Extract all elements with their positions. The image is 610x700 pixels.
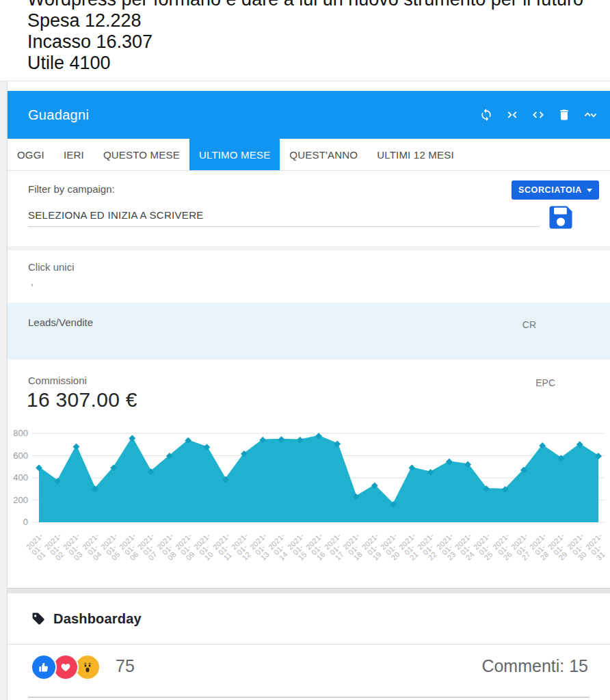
post-line-clipped: Wordpress per formarlo e dare a lui un n…: [27, 0, 603, 10]
cr-label: CR: [522, 319, 536, 330]
click-unici-label: Click unici: [28, 261, 75, 273]
click-unici-row: Click unici ,: [8, 250, 610, 303]
reactions-bar: 75 Commenti: 15: [8, 644, 610, 700]
tab-ultimi-12-mesi[interactable]: ULTIMI 12 MESI: [367, 139, 464, 170]
y-tick-label: 800: [13, 428, 28, 438]
comments-count[interactable]: Commenti: 15: [481, 656, 588, 676]
scorciatoia-label: SCORCIATOIA: [518, 185, 582, 195]
collapse-expand-icon[interactable]: [583, 107, 598, 122]
earnings-chart: 0200400600800 2021- 01- 012021- 01- 0220…: [8, 428, 610, 587]
commissioni-label: Commissioni: [28, 375, 87, 386]
tab-oggi[interactable]: OGGI: [8, 139, 54, 170]
tab-quest-anno[interactable]: QUEST'ANNO: [280, 139, 367, 170]
y-tick-label: 600: [13, 450, 28, 461]
tab-questo-mese[interactable]: QUESTO MESE: [94, 139, 189, 170]
click-unici-value: ,: [31, 276, 34, 287]
commissioni-value: 16 307.00 €: [27, 388, 137, 412]
collapse-width-icon[interactable]: [505, 107, 520, 122]
bottom-divider: [28, 697, 589, 698]
reactions-count[interactable]: 75: [116, 656, 135, 676]
period-tabs: OGGI IERI QUESTO MESE ULTIMO MESE QUEST'…: [8, 139, 610, 171]
dashboard-widget: Guadagni: [0, 81, 610, 700]
tab-ieri[interactable]: IERI: [54, 139, 94, 170]
scorciatoia-button[interactable]: SCORCIATOIA: [512, 180, 599, 200]
leads-vendite-row: Leads/Vendite CR: [8, 303, 610, 360]
expand-width-icon[interactable]: [531, 107, 546, 122]
campaign-filter-input[interactable]: [28, 206, 540, 227]
post-line-spesa: Spesa 12.228: [27, 10, 603, 31]
y-tick-label: 200: [13, 495, 28, 505]
x-tick-label: 2021- 01- 31: [564, 532, 598, 541]
widget-header: Guadagni: [8, 91, 610, 139]
chart-x-axis: 2021- 01- 012021- 01- 022021- 01- 032021…: [32, 530, 610, 587]
y-tick-label: 0: [23, 517, 28, 527]
page: Wordpress per formarlo e dare a lui un n…: [0, 0, 610, 700]
reaction-icons[interactable]: [31, 654, 96, 680]
tag-icon: [31, 611, 46, 626]
refresh-icon[interactable]: [479, 107, 494, 122]
post-line-utile: Utile 4100: [27, 53, 603, 74]
screenshot-bottom-divider: [8, 588, 610, 593]
post-line-incasso: Incasso 16.307: [27, 31, 603, 53]
filter-section: Filter by campaign: SCORCIATOIA: [8, 171, 610, 250]
data-point-marker: [73, 444, 80, 450]
epc-label: EPC: [535, 377, 555, 388]
leads-vendite-label: Leads/Vendite: [28, 317, 93, 328]
commissioni-section: Commissioni EPC 16 307.00 € 020040060080…: [8, 360, 610, 588]
left-gutter: [0, 81, 8, 700]
post-text: Wordpress per formarlo e dare a lui un n…: [0, 0, 610, 81]
chevron-down-icon: [587, 189, 592, 192]
tag-label[interactable]: Dashboarday: [53, 611, 142, 627]
tag-bar: Dashboarday: [8, 593, 610, 644]
chart-y-axis: 0200400600800: [8, 428, 29, 529]
floppy-save-icon[interactable]: [546, 202, 576, 232]
widget-toolbar: [479, 107, 598, 122]
filter-label: Filter by campaign:: [28, 183, 115, 195]
delete-icon[interactable]: [557, 107, 572, 122]
tab-ultimo-mese[interactable]: ULTIMO MESE: [189, 139, 280, 170]
like-reaction-icon[interactable]: [31, 654, 57, 680]
earnings-chart-svg: [32, 428, 605, 529]
widget-title: Guadagni: [28, 107, 89, 123]
y-tick-label: 400: [13, 472, 28, 483]
